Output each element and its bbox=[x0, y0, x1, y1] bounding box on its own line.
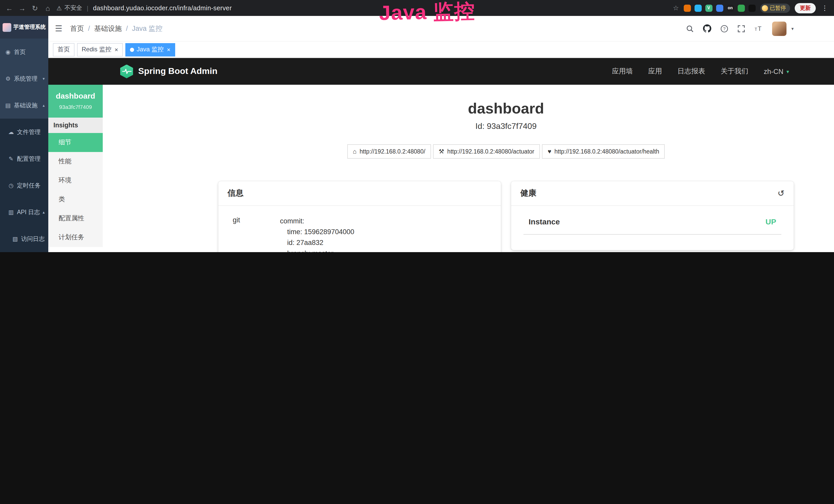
sidebar-item-timer[interactable]: ◷定时任务 bbox=[0, 172, 48, 199]
tab-Redis 监控[interactable]: Redis 监控× bbox=[77, 43, 123, 56]
header-actions: ? TT ▾ bbox=[686, 21, 794, 36]
reload-icon[interactable]: ↻ bbox=[31, 4, 39, 12]
sba-menu-细节[interactable]: 细节 bbox=[48, 133, 103, 152]
bookmark-star-icon[interactable]: ☆ bbox=[673, 4, 679, 12]
close-icon[interactable]: × bbox=[167, 46, 170, 53]
github-icon[interactable] bbox=[703, 24, 712, 33]
sidebar-item-label: 配置管理 bbox=[17, 155, 41, 162]
back-icon[interactable]: ← bbox=[5, 4, 13, 12]
profile-avatar bbox=[762, 5, 768, 11]
endpoint-link[interactable]: ⚒http://192.168.0.2:48080/actuator bbox=[433, 144, 540, 159]
tab-Java 监控[interactable]: Java 监控× bbox=[125, 43, 175, 56]
locale-select[interactable]: zh-CN▾ bbox=[764, 68, 789, 75]
extension-leaf-icon[interactable] bbox=[738, 4, 745, 12]
app-logo-image bbox=[3, 23, 11, 31]
infrastructure-icon: ▤ bbox=[5, 102, 11, 109]
extension-icons: Von bbox=[683, 4, 755, 12]
security-badge[interactable]: ⚠ 不安全 bbox=[57, 4, 82, 12]
home-icon[interactable]: ⌂ bbox=[44, 4, 52, 12]
instance-id: 93a3fc7f7409 bbox=[51, 104, 100, 110]
help-icon[interactable]: ? bbox=[721, 24, 729, 32]
tab-首页[interactable]: 首页 bbox=[53, 43, 74, 56]
sba-nav-应用[interactable]: 应用 bbox=[648, 67, 662, 76]
font-size-icon[interactable]: TT bbox=[754, 24, 764, 32]
close-icon[interactable]: × bbox=[114, 46, 118, 53]
app-logo[interactable]: 芋道管理系统 bbox=[0, 16, 48, 39]
user-avatar[interactable] bbox=[772, 21, 787, 36]
endpoint-url: http://192.168.0.2:48080/ bbox=[359, 148, 425, 155]
search-icon[interactable] bbox=[686, 24, 694, 32]
extension-orange-icon[interactable] bbox=[683, 4, 691, 12]
sba-menu-配置属性[interactable]: 配置属性 bbox=[48, 209, 103, 228]
sba-menu-计划任务[interactable]: 计划任务 bbox=[48, 228, 103, 247]
sidebar-item-gear[interactable]: ⚙系统管理▾ bbox=[0, 65, 48, 92]
breadcrumb: 首页 / 基础设施 / Java 监控 bbox=[70, 24, 162, 33]
profile-paused-badge[interactable]: 已暂停 bbox=[760, 3, 790, 13]
paused-label: 已暂停 bbox=[770, 4, 786, 12]
breadcrumb-home[interactable]: 首页 bbox=[70, 24, 84, 33]
timer-icon: ◷ bbox=[8, 182, 14, 189]
breadcrumb-infra[interactable]: 基础设施 bbox=[94, 24, 122, 33]
instance-header[interactable]: dashboard 93a3fc7f7409 bbox=[48, 85, 103, 118]
api-log-icon: ▥ bbox=[8, 209, 14, 215]
github-extension-icon[interactable] bbox=[748, 4, 755, 12]
sba-brand-label: Spring Boot Admin bbox=[138, 66, 218, 76]
sidebar-item-config[interactable]: ✎配置管理 bbox=[0, 145, 48, 172]
table-row: git commit:time: 1596289704000id: 27aa83… bbox=[231, 215, 488, 252]
svg-text:T: T bbox=[755, 27, 758, 31]
sidebar-item-access-log[interactable]: ▧访问日志 bbox=[0, 225, 48, 252]
page-instance-id: Id: 93a3fc7f7409 bbox=[218, 122, 794, 131]
sba-section-label: Insights bbox=[48, 118, 103, 133]
sidebar-item-label: 基础设施 bbox=[14, 101, 38, 109]
sba-menu-类[interactable]: 类 bbox=[48, 190, 103, 209]
hamburger-icon[interactable]: ☰ bbox=[52, 24, 65, 33]
tab-label: Redis 监控 bbox=[82, 45, 111, 54]
fullscreen-icon[interactable] bbox=[738, 24, 746, 32]
endpoint-links: ⌂http://192.168.0.2:48080/⚒http://192.16… bbox=[218, 144, 794, 159]
sba-menu-环境[interactable]: 环境 bbox=[48, 171, 103, 190]
endpoint-link[interactable]: ⌂http://192.168.0.2:48080/ bbox=[347, 144, 431, 159]
page-title: dashboard bbox=[218, 100, 794, 117]
vue-devtools-icon[interactable]: V bbox=[705, 4, 712, 12]
access-log-icon: ▧ bbox=[12, 235, 19, 242]
extension-drop-icon[interactable] bbox=[694, 4, 701, 12]
config-icon: ✎ bbox=[8, 155, 14, 162]
endpoint-url: http://192.168.0.2:48080/actuator/health bbox=[554, 148, 659, 155]
sba-brand[interactable]: Spring Boot Admin bbox=[120, 65, 218, 78]
forward-icon[interactable]: → bbox=[18, 4, 26, 12]
tab-label: Java 监控 bbox=[137, 45, 163, 54]
app-title: 芋道管理系统 bbox=[13, 24, 46, 31]
annotation-text: Java 监控 bbox=[379, 0, 476, 27]
health-icon: ♥ bbox=[548, 148, 551, 155]
chevron-down-icon[interactable]: ▾ bbox=[791, 26, 794, 31]
sidebar-item-dashboard[interactable]: ◉首页 bbox=[0, 39, 48, 65]
health-card: 健康 ↺ Instance UP bbox=[511, 181, 794, 250]
sidebar-item-label: 定时任务 bbox=[17, 182, 41, 189]
info-line: branch: master bbox=[280, 249, 354, 252]
file-icon: ☁ bbox=[8, 129, 14, 135]
table-row: Instance UP bbox=[524, 215, 781, 235]
sidebar-item-infrastructure[interactable]: ▤基础设施▴ bbox=[0, 92, 48, 119]
browser-window: Java 监控 ← → ↻ ⌂ ⚠ 不安全 | dashboard.yudao.… bbox=[0, 0, 834, 252]
sba-nav-关于我们[interactable]: 关于我们 bbox=[721, 67, 748, 76]
extension-grid-icon[interactable] bbox=[716, 4, 723, 12]
status-badge: UP bbox=[765, 217, 776, 226]
dashboard-icon: ◉ bbox=[5, 48, 11, 55]
update-button[interactable]: 更新 bbox=[795, 3, 816, 13]
sba-sidebar: dashboard 93a3fc7f7409 Insights 细节性能环境类配… bbox=[48, 85, 103, 252]
address-bar[interactable]: dashboard.yudao.iocoder.cn/infra/admin-s… bbox=[93, 4, 232, 12]
sba-nav-应用墙[interactable]: 应用墙 bbox=[612, 67, 633, 76]
sba-nav-日志报表[interactable]: 日志报表 bbox=[677, 67, 705, 76]
info-line: id: 27aa832 bbox=[280, 238, 354, 249]
sidebar-item-api-log[interactable]: ▥API 日志▴ bbox=[0, 199, 48, 225]
sba-menu-性能[interactable]: 性能 bbox=[48, 152, 103, 171]
security-label: 不安全 bbox=[64, 4, 82, 12]
history-icon[interactable]: ↺ bbox=[777, 188, 785, 198]
switch-on-icon[interactable]: on bbox=[727, 4, 734, 12]
endpoint-link[interactable]: ♥http://192.168.0.2:48080/actuator/healt… bbox=[542, 144, 665, 159]
tab-label: 首页 bbox=[58, 45, 70, 54]
browser-menu-icon[interactable]: ⋮ bbox=[820, 4, 829, 12]
warning-icon: ⚠ bbox=[57, 4, 62, 12]
sba-sidebar-menu: 细节性能环境类配置属性计划任务日志JVM映射缓存 bbox=[48, 133, 103, 252]
sidebar-item-file[interactable]: ☁文件管理 bbox=[0, 119, 48, 145]
